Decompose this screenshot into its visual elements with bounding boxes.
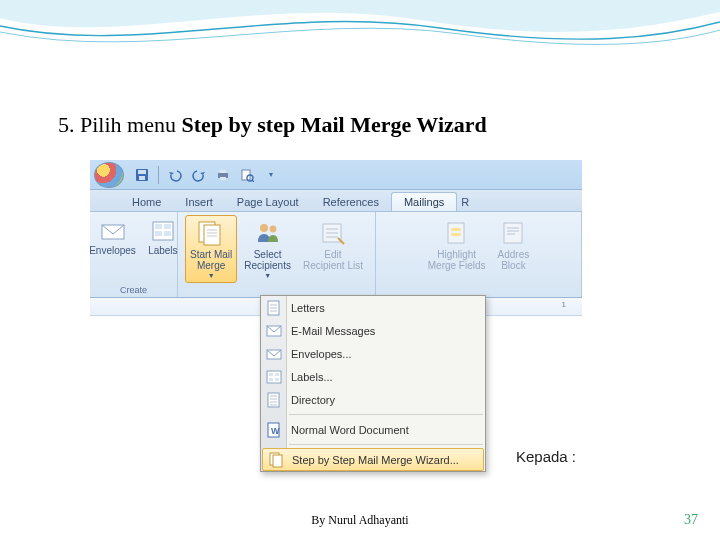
start-mail-merge-button[interactable]: Start Mail Merge ▼: [185, 215, 237, 283]
menu-directory-label: Directory: [291, 394, 335, 406]
save-icon[interactable]: [132, 165, 152, 185]
letter-doc-icon: [265, 299, 283, 317]
menu-normal-label: Normal Word Document: [291, 424, 409, 436]
tab-review-clip[interactable]: R: [457, 193, 473, 211]
address-l2: Block: [501, 260, 525, 271]
address-block-button[interactable]: Addres Block: [493, 215, 535, 279]
edit-recipient-l1: Edit: [324, 249, 341, 260]
svg-text:W: W: [271, 426, 280, 436]
menu-item-letters[interactable]: Letters: [261, 296, 485, 319]
menu-item-directory[interactable]: Directory: [261, 388, 485, 411]
redo-icon[interactable]: [189, 165, 209, 185]
select-recipients-l1: Select: [254, 249, 282, 260]
menu-item-step-by-step-wizard[interactable]: Step by Step Mail Merge Wizard...: [262, 448, 484, 471]
highlight-merge-fields-button[interactable]: Highlight Merge Fields: [423, 215, 491, 279]
envelope-icon: [101, 220, 125, 242]
office-button[interactable]: [94, 162, 124, 188]
undo-icon[interactable]: [165, 165, 185, 185]
footer-author: By Nurul Adhayanti: [0, 513, 720, 528]
svg-rect-28: [451, 233, 461, 236]
menu-labels-label: Labels...: [291, 371, 333, 383]
select-recipients-l2: Recipients: [244, 260, 291, 271]
tab-page-layout[interactable]: Page Layout: [225, 193, 311, 211]
menu-separator: [289, 414, 483, 415]
start-mail-merge-l2: Merge: [197, 260, 225, 271]
ribbon-tabs: Home Insert Page Layout References Maili…: [90, 190, 582, 212]
quick-access-toolbar: ▾: [132, 165, 281, 185]
email-icon: [265, 322, 283, 340]
ruler-mark-1: 1: [562, 300, 566, 309]
menu-wizard-label: Step by Step Mail Merge Wizard...: [292, 454, 459, 466]
svg-rect-11: [155, 224, 162, 229]
instruction-text: 5. Pilih menu Step by step Mail Merge Wi…: [58, 112, 487, 138]
editlist-icon: [320, 220, 346, 246]
svg-point-21: [269, 226, 276, 233]
tab-mailings[interactable]: Mailings: [391, 192, 457, 211]
instruction-bold: Step by step Mail Merge Wizard: [181, 112, 486, 137]
envelopes-button[interactable]: Envelopes: [84, 215, 141, 279]
svg-rect-14: [164, 231, 171, 236]
menu-item-envelopes[interactable]: Envelopes...: [261, 342, 485, 365]
titlebar: ▾: [90, 160, 582, 190]
svg-rect-2: [139, 176, 145, 180]
qat-more-icon[interactable]: ▾: [261, 165, 281, 185]
group-write-insert: Highlight Merge Fields Addres Block: [376, 212, 582, 297]
svg-rect-13: [155, 231, 162, 236]
envelope-small-icon: [265, 345, 283, 363]
svg-rect-39: [267, 371, 281, 383]
word-doc-icon: W: [265, 421, 283, 439]
select-recipients-button[interactable]: Select Recipients ▼: [239, 215, 296, 283]
menu-email-label: E-Mail Messages: [291, 325, 375, 337]
start-mail-merge-l1: Start Mail: [190, 249, 232, 260]
svg-rect-27: [451, 228, 461, 231]
edit-recipient-list-button[interactable]: Edit Recipient List: [298, 215, 368, 279]
highlight-l1: Highlight: [437, 249, 476, 260]
envelopes-label: Envelopes: [89, 245, 136, 256]
svg-rect-12: [164, 224, 171, 229]
print-icon[interactable]: [213, 165, 233, 185]
group-create-label: Create: [120, 284, 147, 296]
menu-item-email[interactable]: E-Mail Messages: [261, 319, 485, 342]
svg-rect-52: [273, 455, 282, 467]
labels-icon: [151, 220, 175, 242]
edit-recipient-l2: Recipient List: [303, 260, 363, 271]
address-icon: [501, 220, 525, 246]
address-l1: Addres: [498, 249, 530, 260]
highlight-l2: Merge Fields: [428, 260, 486, 271]
recipients-icon: [255, 220, 281, 246]
group-create: Envelopes Labels Create: [90, 212, 178, 297]
word-screenshot: ▾ Home Insert Page Layout References Mai…: [90, 160, 582, 465]
footer-page-number: 37: [684, 512, 698, 528]
labels-small-icon: [265, 368, 283, 386]
highlight-icon: [444, 220, 470, 246]
labels-label: Labels: [148, 245, 177, 256]
svg-rect-40: [269, 373, 273, 376]
chevron-down-icon: ▼: [264, 272, 271, 280]
menu-item-normal-word-document[interactable]: W Normal Word Document: [261, 418, 485, 441]
wizard-icon: [267, 451, 285, 469]
svg-rect-29: [504, 223, 522, 243]
instruction-prefix: 5. Pilih menu: [58, 112, 181, 137]
svg-point-20: [260, 224, 268, 232]
svg-rect-5: [220, 177, 226, 180]
svg-rect-42: [269, 378, 273, 381]
directory-icon: [265, 391, 283, 409]
document-text-kepada: Kepada :: [516, 448, 576, 465]
svg-line-8: [252, 180, 254, 182]
menu-letters-label: Letters: [291, 302, 325, 314]
qat-separator: [158, 166, 159, 184]
preview-icon[interactable]: [237, 165, 257, 185]
menu-separator: [289, 444, 483, 445]
menu-item-labels[interactable]: Labels...: [261, 365, 485, 388]
ribbon: Envelopes Labels Create Start Mail Merge…: [90, 212, 582, 298]
tab-references[interactable]: References: [311, 193, 391, 211]
tab-insert[interactable]: Insert: [173, 193, 225, 211]
group-start-mail-merge: Start Mail Merge ▼ Select Recipients ▼ E…: [178, 212, 376, 297]
chevron-down-icon: ▼: [208, 272, 215, 280]
svg-rect-41: [275, 373, 279, 376]
tab-home[interactable]: Home: [120, 193, 173, 211]
decorative-wave: [0, 0, 720, 60]
labels-button[interactable]: Labels: [143, 215, 183, 279]
start-mail-merge-dropdown: Letters E-Mail Messages Envelopes... Lab…: [260, 295, 486, 472]
svg-rect-16: [204, 225, 220, 245]
